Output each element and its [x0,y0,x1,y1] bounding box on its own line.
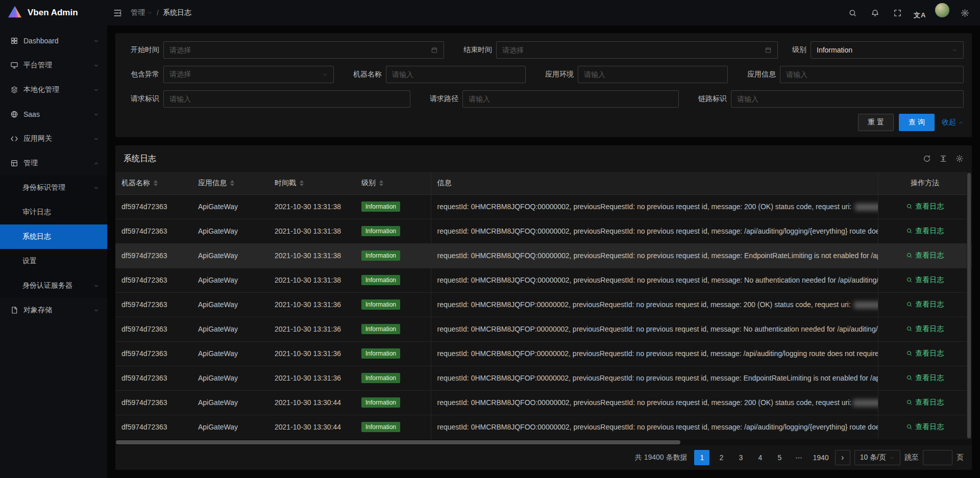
row-height-icon[interactable] [939,155,947,163]
locale-trigger[interactable]: 文A [910,3,930,28]
table-row[interactable]: df5974d72363ApiGateWay2021-10-30 13:31:3… [115,317,972,341]
log-table: 机器名称应用信息时间戳级别信息操作方法 df5974d72363ApiGateW… [115,172,972,439]
app-info-input[interactable] [786,70,958,79]
column-header[interactable]: 级别 [355,172,431,194]
level-select[interactable]: Information [811,41,964,59]
timestamp-cell: 2021-10-30 13:31:38 [268,243,355,268]
sidebar-item-system-logs[interactable]: 系统日志 [0,224,107,249]
settings-trigger[interactable] [954,1,975,26]
sidebar-item-saas[interactable]: Saas [0,102,107,127]
sidebar-item-object-storage[interactable]: 对象存储 [0,298,107,322]
request-path-input[interactable] [469,95,673,103]
collapse-link[interactable]: 收起 [942,118,964,127]
sidebar-item-platform[interactable]: 平台管理 [0,53,107,78]
logo[interactable]: Vben Admin [0,0,107,26]
sort-icon[interactable] [379,180,383,186]
next-page-button[interactable]: › [835,450,850,465]
sidebar-item-identity-management[interactable]: 身份标识管理 [0,175,107,200]
menu-fold-button[interactable] [107,0,128,26]
page-button[interactable]: 3 [733,450,748,465]
view-log-link[interactable]: 查看日志 [906,422,944,432]
sidebar-item-label: 系统日志 [22,232,99,241]
view-log-link[interactable]: 查看日志 [906,373,944,383]
reset-button[interactable]: 重 置 [858,114,894,131]
view-log-link[interactable]: 查看日志 [906,398,944,407]
calendar-icon [765,46,772,54]
breadcrumb-root[interactable]: 管理 [131,8,153,17]
table-row[interactable]: df5974d72363ApiGateWay2021-10-30 13:31:3… [115,341,972,366]
vertical-scrollbar-thumb[interactable] [967,173,971,438]
level-cell: Information [355,390,431,415]
sidebar-item-dashboard[interactable]: Dashboard [0,29,107,53]
user-menu[interactable] [932,0,952,23]
sidebar-item-gateway[interactable]: 应用网关 [0,127,107,151]
start-time-picker[interactable] [163,41,444,59]
machine-name-cell: df5974d72363 [115,366,192,390]
sidebar-item-auth-server[interactable]: 身份认证服务器 [0,273,107,298]
table-row[interactable]: df5974d72363ApiGateWay2021-10-30 13:31:3… [115,366,972,390]
app-info-cell: ApiGateWay [192,341,268,366]
column-header[interactable]: 机器名称 [115,172,192,194]
app-environment-control[interactable] [578,66,728,83]
sidebar-item-localization[interactable]: 本地化管理 [0,78,107,102]
table-row[interactable]: df5974d72363ApiGateWay2021-10-30 13:31:3… [115,219,972,243]
refresh-icon[interactable] [923,155,931,163]
view-log-link[interactable]: 查看日志 [906,202,944,211]
app-info-cell: ApiGateWay [192,415,268,439]
table-row[interactable]: df5974d72363ApiGateWay2021-10-30 13:31:3… [115,268,972,292]
table-row[interactable]: df5974d72363ApiGateWay2021-10-30 13:31:3… [115,292,972,317]
app-environment-input[interactable] [584,70,722,79]
sidebar-item-settings[interactable]: 设置 [0,249,107,273]
sidebar-item-audit-logs[interactable]: 审计日志 [0,200,107,224]
gateway-icon [10,135,18,143]
view-log-link[interactable]: 查看日志 [906,349,944,358]
table-row[interactable]: df5974d72363ApiGateWay2021-10-30 13:30:4… [115,415,972,439]
view-log-link[interactable]: 查看日志 [906,251,944,260]
horizontal-scrollbar-thumb[interactable] [116,440,680,444]
start-time-input[interactable] [169,46,427,54]
table-row[interactable]: df5974d72363ApiGateWay2021-10-30 13:30:4… [115,390,972,415]
column-header: 信息 [431,172,878,194]
fullscreen-trigger[interactable] [887,1,908,26]
page-button[interactable]: 1940 [811,450,830,465]
search-trigger[interactable] [843,1,863,26]
view-log-link[interactable]: 查看日志 [906,300,944,309]
chevron-down-icon [93,87,99,93]
page-button[interactable]: 1 [694,450,709,465]
end-time-picker[interactable] [496,41,778,59]
sort-icon[interactable] [300,180,304,186]
trace-id-control[interactable] [731,90,964,108]
page-button[interactable]: 4 [752,450,768,465]
machine-name-input[interactable] [392,70,520,79]
horizontal-scrollbar[interactable] [116,439,971,445]
column-header[interactable]: 时间戳 [268,172,355,194]
end-time-input[interactable] [502,46,761,54]
page-button[interactable]: 5 [772,450,787,465]
jump-page-input[interactable] [923,450,952,465]
gear-icon [961,9,969,17]
table-row[interactable]: df5974d72363ApiGateWay2021-10-30 13:31:3… [115,243,972,268]
view-log-link[interactable]: 查看日志 [906,275,944,285]
notification-trigger[interactable] [865,1,885,26]
app-info-control[interactable] [780,66,964,83]
request-id-input[interactable] [169,95,404,103]
message-cell: requestId: 0HMCRBM8JQFOP:00000002, previ… [431,341,878,366]
page-button[interactable]: 2 [714,450,729,465]
column-header[interactable]: 应用信息 [192,172,268,194]
include-exception-select[interactable]: 请选择 [163,66,334,83]
vertical-scrollbar[interactable] [967,172,971,439]
machine-name-control[interactable] [386,66,526,83]
view-log-link[interactable]: 查看日志 [906,324,944,334]
table-row[interactable]: df5974d72363ApiGateWay2021-10-30 13:31:3… [115,194,972,219]
machine-name-field: 机器名称 [346,66,526,83]
page-size-select[interactable]: 10 条/页 [854,450,900,465]
request-path-control[interactable] [462,90,679,108]
sort-icon[interactable] [230,180,234,186]
column-settings-icon[interactable] [955,155,964,163]
view-log-link[interactable]: 查看日志 [906,227,944,236]
trace-id-input[interactable] [737,95,958,103]
sort-icon[interactable] [154,180,158,186]
search-button[interactable]: 查 询 [899,114,935,131]
request-id-control[interactable] [163,90,410,108]
sidebar-item-management[interactable]: 管理 [0,151,107,175]
